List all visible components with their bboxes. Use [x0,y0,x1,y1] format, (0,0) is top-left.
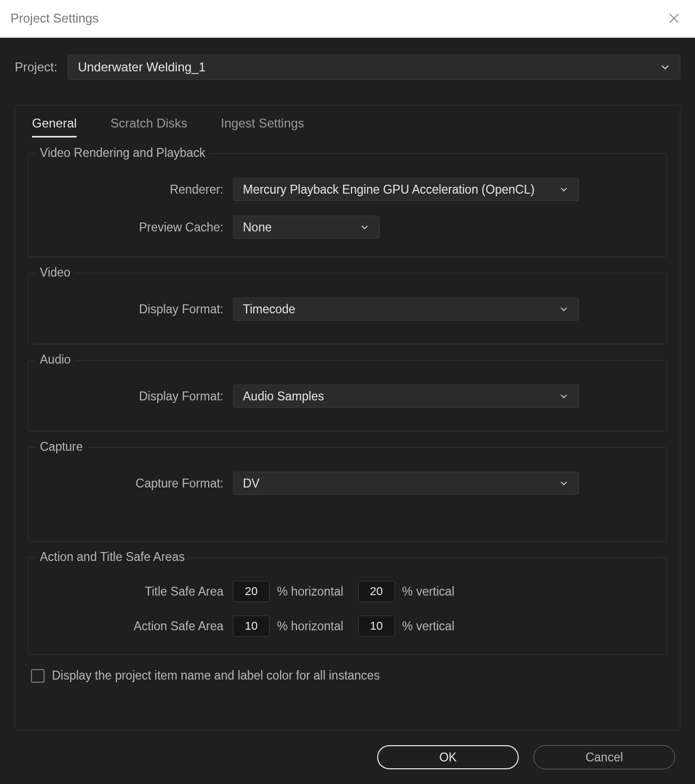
preview-cache-dropdown[interactable]: None [233,216,380,239]
group-legend: Video Rendering and Playback [36,146,209,160]
unit-horizontal: % horizontal [277,585,344,599]
video-display-format-value: Timecode [243,302,295,316]
chevron-down-icon [559,391,569,401]
ok-button[interactable]: OK [377,745,519,769]
preview-cache-value: None [243,220,272,235]
unit-horizontal: % horizontal [277,619,344,633]
action-safe-horizontal-input[interactable]: 10 [233,616,270,637]
chevron-down-icon [559,304,569,314]
chevron-down-icon [559,478,569,489]
audio-display-format-label: Display Format: [39,389,233,404]
cancel-button[interactable]: Cancel [533,745,675,769]
tab-scratch-disks[interactable]: Scratch Disks [110,116,187,137]
display-instances-checkbox[interactable] [31,669,45,683]
group-legend: Video [36,266,74,280]
capture-format-value: DV [243,476,260,491]
chevron-down-icon [359,222,370,232]
video-display-format-dropdown[interactable]: Timecode [233,298,579,321]
renderer-dropdown[interactable]: Mercury Playback Engine GPU Acceleration… [233,178,579,201]
dialog-body: Project: Underwater Welding_1 General Sc… [0,38,695,784]
capture-format-dropdown[interactable]: DV [233,472,579,495]
group-video: Video Display Format: Timecode [28,273,667,344]
dialog-title: Project Settings [10,11,99,26]
dialog-button-row: OK Cancel [15,745,680,769]
audio-display-format-dropdown[interactable]: Audio Samples [233,385,579,408]
close-button[interactable] [666,10,682,27]
audio-display-format-value: Audio Samples [243,389,324,404]
group-safe-areas: Action and Title Safe Areas Title Safe A… [28,557,667,655]
action-safe-label: Action Safe Area [39,619,233,633]
close-icon [668,13,680,24]
renderer-value: Mercury Playback Engine GPU Acceleration… [243,183,534,197]
chevron-down-icon [660,62,670,72]
display-instances-label: Display the project item name and label … [52,669,380,683]
group-video-rendering: Video Rendering and Playback Renderer: M… [28,153,667,257]
titlebar: Project Settings [0,0,695,38]
group-capture: Capture Capture Format: DV [28,447,667,542]
preview-cache-label: Preview Cache: [39,220,233,235]
title-safe-horizontal-input[interactable]: 20 [233,581,270,602]
project-dropdown-value: Underwater Welding_1 [78,60,206,75]
tab-ingest-settings[interactable]: Ingest Settings [221,116,304,137]
unit-vertical: % vertical [402,585,455,599]
project-label: Project: [15,60,57,75]
project-dropdown[interactable]: Underwater Welding_1 [68,55,680,80]
group-audio: Audio Display Format: Audio Samples [28,360,667,431]
title-safe-vertical-input[interactable]: 20 [358,581,395,602]
group-legend: Audio [36,353,75,367]
group-legend: Capture [36,440,87,454]
settings-panel: General Scratch Disks Ingest Settings Vi… [15,105,680,730]
tab-general[interactable]: General [32,116,77,137]
unit-vertical: % vertical [402,619,455,633]
capture-format-label: Capture Format: [39,476,233,491]
group-legend: Action and Title Safe Areas [36,550,189,564]
title-safe-label: Title Safe Area [39,585,233,599]
renderer-label: Renderer: [39,183,233,197]
tab-bar: General Scratch Disks Ingest Settings [32,116,667,137]
display-instances-row: Display the project item name and label … [31,669,667,683]
video-display-format-label: Display Format: [39,302,233,316]
action-safe-vertical-input[interactable]: 10 [358,616,395,637]
project-row: Project: Underwater Welding_1 [15,55,680,80]
chevron-down-icon [559,184,569,195]
